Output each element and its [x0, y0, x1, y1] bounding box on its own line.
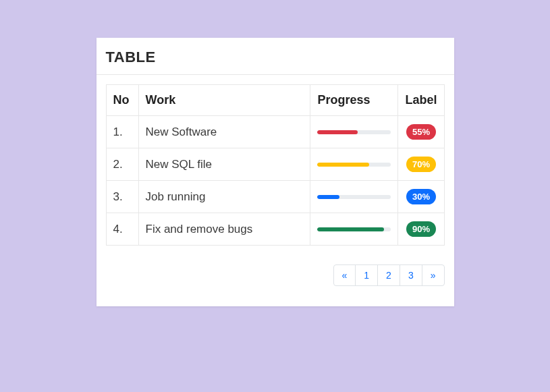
page-3[interactable]: 3 [400, 264, 422, 286]
table-card: TABLE No Work Progress Label 1.New Softw… [97, 38, 454, 306]
page-2[interactable]: 2 [377, 264, 400, 286]
cell-label: 70% [398, 148, 444, 181]
page-next[interactable]: » [422, 264, 445, 286]
table-row: 1.New Software55% [106, 116, 444, 148]
progress-bar [317, 130, 358, 134]
progress-track [317, 195, 391, 199]
progress-track [317, 227, 391, 231]
progress-track [317, 163, 391, 167]
table-row: 3.Job running30% [106, 181, 444, 213]
progress-track [317, 130, 391, 134]
badge: 90% [406, 221, 436, 237]
cell-work: Job running [138, 181, 310, 213]
progress-bar [317, 227, 383, 231]
page-1[interactable]: 1 [355, 264, 378, 286]
page-3-link[interactable]: 3 [400, 265, 422, 285]
table-row: 2.New SQL file70% [106, 148, 444, 181]
data-table: No Work Progress Label 1.New Software55%… [106, 84, 445, 246]
col-header-work: Work [138, 85, 310, 116]
cell-progress [310, 181, 398, 213]
page-next-link[interactable]: » [422, 265, 444, 285]
cell-label: 90% [398, 213, 444, 246]
pagination: « 1 2 3 » [106, 264, 445, 286]
cell-label: 30% [398, 181, 444, 213]
col-header-label: Label [398, 85, 444, 116]
table-header-row: No Work Progress Label [106, 85, 444, 116]
col-header-no: No [106, 85, 138, 116]
col-header-progress: Progress [310, 85, 398, 116]
cell-progress [310, 213, 398, 246]
cell-no: 4. [106, 213, 138, 246]
card-title: TABLE [106, 49, 445, 66]
cell-no: 1. [106, 116, 138, 148]
table-row: 4.Fix and remove bugs90% [106, 213, 444, 246]
page-1-link[interactable]: 1 [356, 265, 377, 285]
badge: 55% [406, 124, 436, 140]
badge: 70% [406, 157, 436, 172]
progress-bar [317, 195, 339, 199]
cell-no: 2. [106, 148, 138, 181]
page-2-link[interactable]: 2 [378, 265, 400, 285]
cell-no: 3. [106, 181, 138, 213]
cell-progress [310, 116, 398, 148]
badge: 30% [406, 189, 436, 204]
progress-bar [317, 163, 368, 167]
page-prev-link[interactable]: « [334, 265, 356, 285]
cell-work: Fix and remove bugs [138, 213, 310, 246]
cell-label: 55% [398, 116, 444, 148]
page-prev[interactable]: « [333, 264, 356, 286]
card-header: TABLE [97, 38, 454, 74]
cell-work: New SQL file [138, 148, 310, 181]
divider [97, 74, 454, 75]
cell-work: New Software [138, 116, 310, 148]
cell-progress [310, 148, 398, 181]
